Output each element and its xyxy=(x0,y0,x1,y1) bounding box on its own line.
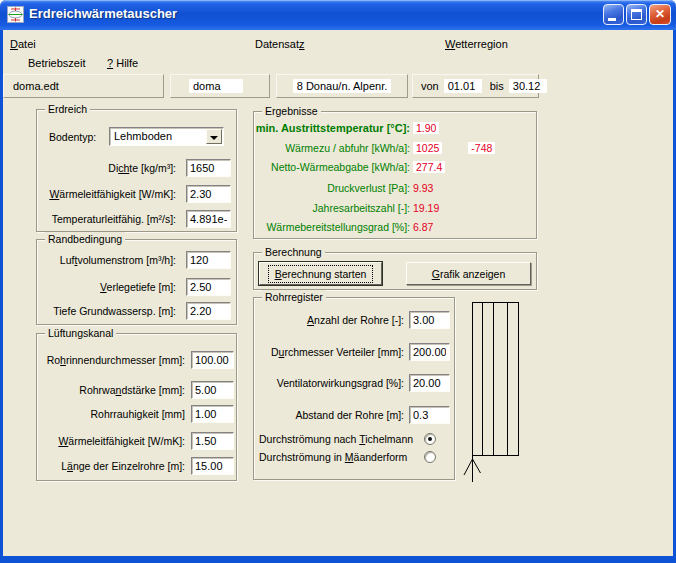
grafik-anzeigen-button-label: Grafik anzeigen xyxy=(426,266,512,282)
result-row-waermezu-abfuhr: Wärmezu / abfuhr [kWh/a]: 1025 -748 xyxy=(254,140,495,156)
status-panel-dataset: doma xyxy=(170,74,270,98)
luftvolumenstrom-input[interactable] xyxy=(186,251,231,269)
bodentyp-combobox[interactable]: Lehmboden xyxy=(109,127,224,146)
waermezu-abfuhr-label: Wärmezu / abfuhr [kWh/a]: xyxy=(254,142,410,154)
maeanderform-radio-button[interactable] xyxy=(424,451,436,463)
dichte-input[interactable] xyxy=(186,159,231,177)
menu-datensatz[interactable]: Datensatz xyxy=(255,38,305,54)
anzahl-rohre-input[interactable] xyxy=(409,311,450,329)
group-erdreich: Erdreich Bodentyp: Lehmboden Dichte [kg/… xyxy=(36,109,237,232)
berechnung-starten-button[interactable]: Berechnung starten xyxy=(259,262,382,285)
radio-row-maeanderform[interactable]: Durchströmung in Mäanderform xyxy=(259,449,436,464)
group-ergebnisse-title: Ergebnisse xyxy=(262,104,321,118)
app-window: Erdreichwärmetauscher Datei Datensatz We… xyxy=(0,0,676,563)
status-region-field: 8 Donau/n. Alpenr. xyxy=(293,79,392,93)
temperaturleitfaehigkeit-input[interactable] xyxy=(186,210,231,228)
rohrrauhigkeit-label: Rohrrauhigkeit [mm] xyxy=(37,408,185,420)
jahresarbeitszahl-value: 19.19 xyxy=(413,202,439,214)
jahresarbeitszahl-label: Jahresarbeitszahl [-]: xyxy=(254,202,410,214)
row-tiefe-grundwasserspiegel: Tiefe Grundwassersp. [m]: xyxy=(37,301,231,320)
grafik-anzeigen-button[interactable]: Grafik anzeigen xyxy=(406,262,531,285)
berechnung-starten-button-label: Berechnung starten xyxy=(268,265,374,283)
row-temperaturleitfaehigkeit: Temperaturleitfähig. [m²/s]: xyxy=(37,209,231,228)
result-row-netto-waermeabgabe: Netto-Wärmeabgabe [kWh/a]: 277.4 xyxy=(254,159,445,175)
abstand-rohre-label: Abstand der Rohre [m]: xyxy=(254,409,404,421)
result-row-druckverlust: Druckverlust [Pa]: 9.93 xyxy=(254,180,433,196)
durchmesser-verteiler-input[interactable] xyxy=(409,343,450,361)
laenge-einzelrohre-input[interactable] xyxy=(191,457,234,475)
von-label: von xyxy=(421,80,439,92)
group-berechnung-title: Berechnung xyxy=(262,245,325,259)
bodentyp-value: Lehmboden xyxy=(114,130,172,142)
group-rohrregister-title: Rohrregister xyxy=(262,290,326,304)
waermebereitstellungsgrad-value: 6.87 xyxy=(413,221,433,233)
temperaturleitfaehigkeit-label: Temperaturleitfähig. [m²/s]: xyxy=(37,213,176,225)
menu-hilfe[interactable]: ? Hilfe xyxy=(107,57,138,73)
verlegetiefe-input[interactable] xyxy=(186,278,231,296)
row-durchmesser-verteiler: Durchmesser Verteiler [mm]: xyxy=(254,342,450,361)
menu-datei[interactable]: Datei xyxy=(10,38,36,54)
waermebereitstellungsgrad-label: Wärmebereitstellungsgrad [%]: xyxy=(254,221,410,233)
waermeleitfaehigkeit-boden-input[interactable] xyxy=(186,185,231,203)
bis-date-field[interactable]: 30.12 xyxy=(509,79,547,93)
air-inlet-arrow xyxy=(464,456,481,483)
row-laenge-einzelrohre: Länge der Einzelrohre [m]: xyxy=(37,456,234,475)
radio-row-tichelmann[interactable]: Durchströmung nach Tichelmann xyxy=(259,431,436,446)
menu-betriebszeit[interactable]: Betriebszeit xyxy=(28,57,85,73)
laenge-einzelrohre-label: Länge der Einzelrohre [m]: xyxy=(37,460,185,472)
tichelmann-radio-button[interactable] xyxy=(424,433,436,445)
maeanderform-radio-label: Durchströmung in Mäanderform xyxy=(259,451,424,463)
anzahl-rohre-label: Anzahl der Rohre [-]: xyxy=(254,314,404,326)
tiefe-grundwasserspiegel-input[interactable] xyxy=(186,302,231,320)
window-title: Erdreichwärmetauscher xyxy=(29,6,177,21)
minimize-button[interactable] xyxy=(603,4,624,25)
client-area: Datei Datensatz Wetterregion Betriebszei… xyxy=(3,30,673,556)
heat-exchanger-icon xyxy=(7,6,24,23)
result-row-waermebereitstellungsgrad: Wärmebereitstellungsgrad [%]: 6.87 xyxy=(254,219,433,235)
bis-label: bis xyxy=(490,80,504,92)
ventilatorwirkungsgrad-label: Ventilatorwirkungsgrad [%]: xyxy=(254,377,404,389)
group-randbedingung: Randbedingung Luftvolumenstrom [m³/h]: V… xyxy=(36,239,237,325)
row-verlegetiefe: Verlegetiefe [m]: xyxy=(37,277,231,296)
row-waermeleitfaehigkeit-rohr: Wärmeleitfähigkeit [W/mK]: xyxy=(37,431,234,450)
status-dataset-field[interactable]: doma xyxy=(189,79,243,93)
group-erdreich-title: Erdreich xyxy=(45,102,90,116)
verlegetiefe-label: Verlegetiefe [m]: xyxy=(37,281,176,293)
bodentyp-label: Bodentyp: xyxy=(49,131,96,143)
app-icon[interactable] xyxy=(7,6,24,23)
group-lueftungskanal-title: Lüftungskanal xyxy=(45,326,116,340)
row-waermeleitfaehigkeit-boden: Wärmeleitfähigkeit [W/mK]: xyxy=(37,184,231,203)
dichte-label: Dichte [kg/m³]: xyxy=(37,162,176,174)
row-luftvolumenstrom: Luftvolumenstrom [m³/h]: xyxy=(37,250,231,269)
durchmesser-verteiler-label: Durchmesser Verteiler [mm]: xyxy=(254,346,404,358)
close-button[interactable] xyxy=(649,4,671,25)
waermeleitfaehigkeit-boden-label: Wärmeleitfähigkeit [W/mK]: xyxy=(37,188,176,200)
netto-waermeabgabe-label: Netto-Wärmeabgabe [kWh/a]: xyxy=(254,161,410,173)
rohrwandstaerke-label: Rohrwandstärke [mm]: xyxy=(37,384,185,396)
row-ventilatorwirkungsgrad: Ventilatorwirkungsgrad [%]: xyxy=(254,373,450,392)
status-panel-region: 8 Donau/n. Alpenr. xyxy=(276,74,408,98)
tiefe-grundwasserspiegel-label: Tiefe Grundwassersp. [m]: xyxy=(37,305,176,317)
menu-wetterregion[interactable]: Wetterregion xyxy=(445,38,508,54)
rohrinnendurchmesser-input[interactable] xyxy=(191,351,234,369)
result-row-jahresarbeitszahl: Jahresarbeitszahl [-]: 19.19 xyxy=(254,200,439,216)
maximize-button[interactable] xyxy=(626,4,647,25)
abstand-rohre-input[interactable] xyxy=(409,406,450,424)
waermeabfuhr-value: -748 xyxy=(468,142,495,154)
von-date-field[interactable]: 01.01 xyxy=(444,79,482,93)
titlebar: Erdreichwärmetauscher xyxy=(0,0,676,30)
combobox-dropdown-button[interactable] xyxy=(206,129,222,144)
pipe-register-schematic xyxy=(458,296,543,491)
rohrrauhigkeit-input[interactable] xyxy=(191,405,234,423)
group-rohrregister: Rohrregister Anzahl der Rohre [-]: Durch… xyxy=(253,297,455,480)
group-randbedingung-title: Randbedingung xyxy=(45,232,125,246)
rohrwandstaerke-input[interactable] xyxy=(191,381,234,399)
druckverlust-label: Druckverlust [Pa]: xyxy=(254,182,410,194)
row-rohrwandstaerke: Rohrwandstärke [mm]: xyxy=(37,380,234,399)
row-abstand-rohre: Abstand der Rohre [m]: xyxy=(254,405,450,424)
austrittstemperatur-label: min. Austrittstemperatur [°C]: xyxy=(254,122,410,134)
luftvolumenstrom-label: Luftvolumenstrom [m³/h]: xyxy=(37,254,176,266)
status-file-name: doma.edt xyxy=(4,80,59,92)
ventilatorwirkungsgrad-input[interactable] xyxy=(409,374,450,392)
waermeleitfaehigkeit-rohr-input[interactable] xyxy=(191,432,234,450)
